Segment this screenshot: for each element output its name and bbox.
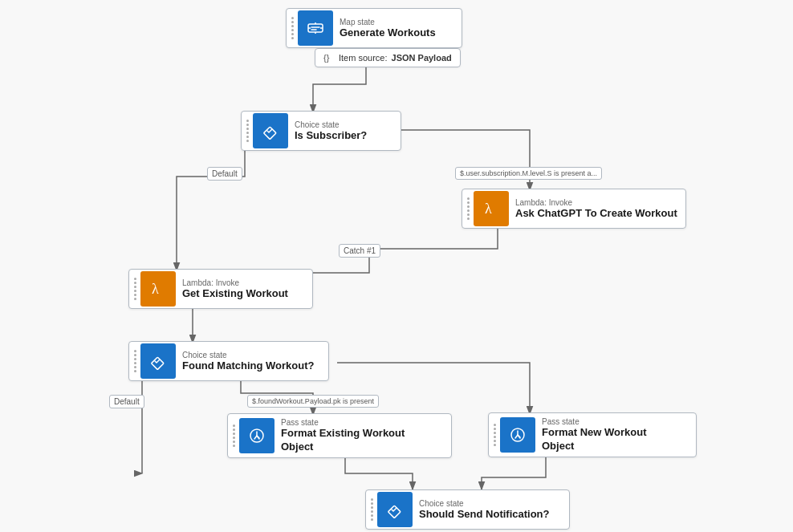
node-content: Pass state Format Existing Workout Objec… — [274, 413, 425, 459]
lambda-icon: λ — [140, 271, 176, 307]
node-title: Format Existing Workout Object — [281, 427, 417, 454]
svg-text:λ: λ — [485, 201, 492, 217]
node-should-send-notification[interactable]: Choice state Should Send Notification? — [365, 489, 570, 530]
choice-icon — [253, 113, 288, 148]
node-found-matching-workout[interactable]: Choice state Found Matching Workout? — [128, 341, 329, 381]
node-get-existing-workout[interactable]: λ Lambda: Invoke Get Existing Workout — [128, 269, 313, 309]
svg-text:{}: {} — [323, 53, 330, 63]
node-title: Found Matching Workout? — [182, 359, 314, 372]
node-type: Pass state — [542, 417, 670, 426]
svg-rect-8 — [152, 357, 165, 370]
pass-icon — [500, 417, 535, 453]
node-format-new[interactable]: Pass state Format New Workout Object — [488, 412, 697, 457]
node-is-subscriber[interactable]: Choice state Is Subscriber? — [241, 111, 401, 151]
node-type: Pass state — [281, 418, 417, 427]
item-source-value: JSON Payload — [392, 53, 452, 63]
condition-default1: Default — [207, 167, 242, 181]
node-content: Choice state Is Subscriber? — [288, 116, 375, 146]
choice-icon — [140, 343, 176, 379]
node-title: Generate Workouts — [340, 26, 436, 39]
node-title: Get Existing Workout — [182, 287, 288, 299]
condition-found-workout: $.foundWorkout.Payload.pk is present — [247, 395, 379, 408]
item-source-key: Item source: — [339, 53, 388, 63]
node-title: Format New Workout Object — [542, 426, 670, 453]
node-ask-chatgpt[interactable]: λ Lambda: Invoke Ask ChatGPT To Create W… — [462, 189, 686, 229]
item-source-label: {} Item source: JSON Payload — [315, 48, 461, 67]
node-content: Choice state Should Send Notification? — [413, 494, 558, 525]
svg-rect-5 — [264, 127, 277, 140]
workflow-canvas: Map state Generate Workouts {} Item sour… — [0, 0, 793, 532]
node-title: Should Send Notification? — [419, 508, 550, 520]
choice-icon — [377, 492, 413, 527]
map-icon — [298, 10, 333, 46]
json-icon: {} — [323, 52, 335, 63]
node-content: Map state Generate Workouts — [333, 13, 444, 43]
node-type: Lambda: Invoke — [515, 198, 677, 207]
node-type: Choice state — [182, 351, 314, 359]
drag-handle[interactable] — [228, 414, 239, 457]
node-content: Choice state Found Matching Workout? — [176, 346, 322, 376]
drag-handle[interactable] — [489, 413, 500, 457]
node-type: Lambda: Invoke — [182, 278, 288, 287]
lambda-icon: λ — [474, 191, 509, 226]
node-title: Ask ChatGPT To Create Workout — [515, 207, 677, 219]
drag-handle[interactable] — [287, 9, 298, 47]
drag-handle[interactable] — [129, 270, 140, 308]
svg-rect-11 — [388, 506, 401, 518]
node-content: Pass state Format New Workout Object — [535, 412, 678, 458]
condition-default2: Default — [109, 395, 144, 408]
drag-handle[interactable] — [462, 189, 474, 228]
drag-handle[interactable] — [129, 342, 140, 380]
node-type: Map state — [340, 18, 436, 26]
condition-subscriber: $.user.subscription.M.level.S is present… — [455, 167, 602, 180]
node-type: Choice state — [419, 499, 550, 508]
node-format-existing[interactable]: Pass state Format Existing Workout Objec… — [227, 413, 452, 458]
drag-handle[interactable] — [242, 112, 253, 150]
node-generate-workouts[interactable]: Map state Generate Workouts — [286, 8, 462, 48]
condition-catch1: Catch #1 — [339, 244, 380, 258]
drag-handle[interactable] — [366, 490, 377, 529]
node-content: Lambda: Invoke Get Existing Workout — [176, 274, 296, 304]
node-title: Is Subscriber? — [295, 129, 367, 141]
node-type: Choice state — [295, 120, 367, 129]
node-content: Lambda: Invoke Ask ChatGPT To Create Wor… — [509, 193, 685, 224]
pass-icon — [239, 418, 274, 453]
svg-text:λ: λ — [152, 281, 159, 297]
